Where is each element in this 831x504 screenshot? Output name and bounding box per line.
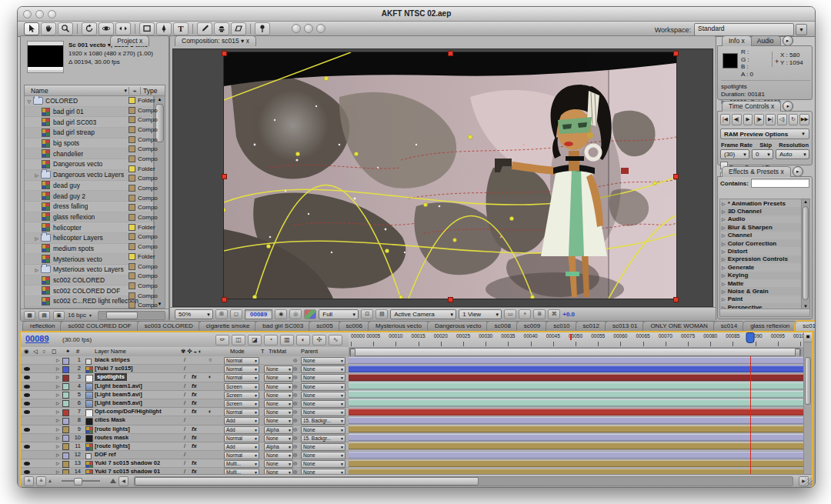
trkmat-column-header[interactable]: TrkMat bbox=[269, 348, 286, 355]
parent-column-header[interactable]: Parent bbox=[301, 348, 318, 355]
layer-color-swatch[interactable] bbox=[62, 383, 69, 390]
project-item[interactable]: helicopter bbox=[25, 222, 153, 233]
parent-select[interactable]: None▼ bbox=[301, 426, 345, 434]
eye-icon[interactable] bbox=[24, 393, 30, 397]
layer-duration-bar[interactable] bbox=[349, 452, 804, 459]
blend-mode-select[interactable]: Screen▼ bbox=[224, 392, 259, 399]
play-button[interactable]: ▶ bbox=[743, 114, 753, 125]
layer-name[interactable]: [Light beam5.avi] bbox=[95, 391, 142, 399]
layer-name[interactable]: DOF ref bbox=[95, 451, 116, 459]
layer-duration-track[interactable] bbox=[349, 382, 804, 391]
timeline-comp-tab[interactable]: sc012 bbox=[576, 321, 607, 331]
trkmat-select[interactable]: Alpha▼ bbox=[264, 426, 293, 434]
layer-duration-track[interactable] bbox=[349, 434, 804, 442]
fx-switch[interactable]: fx bbox=[192, 373, 197, 381]
effects-scroll-thumb[interactable] bbox=[803, 206, 809, 300]
work-area-bar[interactable] bbox=[349, 348, 801, 356]
parent-pickwhip-icon[interactable]: ◎ bbox=[293, 451, 297, 459]
disclosure-arrow-icon[interactable]: ▷ bbox=[722, 281, 726, 286]
selection-handle[interactable] bbox=[673, 174, 679, 179]
project-item[interactable]: ▷helicopter Layers bbox=[25, 233, 153, 244]
blend-mode-select[interactable]: Multi...▼ bbox=[224, 460, 259, 468]
previous-frame-button[interactable]: ◀| bbox=[732, 114, 742, 125]
timeline-button-icon[interactable]: ≣ bbox=[533, 309, 546, 319]
project-hscrollbar[interactable] bbox=[98, 311, 165, 320]
effects-scroll-up-icon[interactable]: ▲ bbox=[802, 199, 809, 204]
current-time-indicator-line[interactable] bbox=[750, 356, 751, 474]
project-scroll-thumb[interactable] bbox=[155, 104, 164, 142]
disclosure-arrow-icon[interactable]: ▷ bbox=[722, 265, 726, 270]
fx-switch[interactable]: fx bbox=[192, 408, 197, 416]
parent-select[interactable]: None▼ bbox=[301, 357, 345, 365]
project-item-name[interactable]: sc002 C...RED light reflection bbox=[53, 297, 138, 305]
parent-pickwhip-icon[interactable]: ◎ bbox=[293, 356, 297, 364]
quality-switch[interactable]: / bbox=[184, 459, 185, 467]
timeline-comp-tab[interactable]: sc010 bbox=[546, 321, 577, 331]
parent-select[interactable]: None▼ bbox=[301, 365, 345, 373]
current-time-indicator[interactable] bbox=[746, 332, 755, 343]
layer-name[interactable]: [route lights] bbox=[95, 442, 130, 450]
project-column-headers[interactable]: Name ▾ ⌁ Type bbox=[24, 85, 165, 96]
layer-color-swatch[interactable] bbox=[62, 443, 69, 450]
layer-duration-track[interactable] bbox=[349, 365, 804, 373]
parent-pickwhip-icon[interactable]: ◎ bbox=[293, 399, 297, 407]
expand-layer-switches-icon[interactable]: ≙ bbox=[24, 476, 34, 486]
scroll-up-arrow[interactable]: ▲ bbox=[155, 96, 165, 103]
effects-category[interactable]: ▷Color Correction bbox=[720, 239, 801, 247]
expand-arrow-icon[interactable]: ▷ bbox=[56, 426, 59, 433]
layer-name[interactable]: black stripes bbox=[95, 356, 130, 364]
label-column-icon[interactable]: ✦ bbox=[65, 348, 70, 355]
motion-blur-icon[interactable]: ◐ bbox=[296, 335, 310, 345]
effects-tab[interactable]: Effects & Presets x bbox=[722, 166, 791, 177]
project-item-name[interactable]: big spots bbox=[53, 139, 79, 147]
type-tool[interactable]: T bbox=[173, 22, 189, 35]
zoom-in-mountain-icon[interactable] bbox=[110, 479, 116, 483]
clone-stamp-tool[interactable] bbox=[214, 22, 229, 35]
selection-handle[interactable] bbox=[448, 297, 453, 302]
interpret-footage-icon[interactable]: ▦ bbox=[24, 311, 35, 320]
show-snapshot-icon[interactable]: ◎ bbox=[289, 309, 302, 319]
hide-shy-icon[interactable]: ◔ bbox=[264, 335, 278, 345]
timeline-vscrollbar[interactable]: ▣ bbox=[803, 332, 812, 474]
blend-mode-select[interactable]: Screen▼ bbox=[224, 383, 259, 391]
blend-mode-select[interactable]: Add▼ bbox=[224, 417, 259, 425]
pen-tool[interactable] bbox=[156, 22, 172, 35]
layer-duration-track[interactable] bbox=[349, 408, 804, 416]
effects-category[interactable]: ▷Audio bbox=[720, 215, 801, 223]
project-item[interactable]: ▷Mysterious vecto Layers bbox=[25, 265, 153, 275]
disclosure-arrow-icon[interactable]: ▷ bbox=[25, 172, 38, 178]
parent-select[interactable]: None▼ bbox=[301, 383, 345, 391]
blend-mode-select[interactable]: Normal▼ bbox=[224, 357, 259, 365]
project-tab[interactable]: Project x bbox=[110, 35, 149, 46]
orbit-camera-tool[interactable] bbox=[98, 22, 114, 35]
project-item[interactable]: dead guy bbox=[25, 181, 153, 192]
layer-name[interactable]: [Yuki 7 sc015] bbox=[95, 365, 133, 372]
eye-icon[interactable] bbox=[24, 462, 30, 466]
layer-name[interactable]: routes mask bbox=[95, 434, 128, 442]
layer-row[interactable]: ▷2[Yuki 7 sc015]/Normal▼None▼◎None▼ bbox=[21, 365, 349, 373]
parent-select[interactable]: None▼ bbox=[301, 400, 345, 408]
project-item-name[interactable]: Mysterious vecto Layers bbox=[53, 265, 124, 273]
expand-arrow-icon[interactable]: ▷ bbox=[56, 451, 59, 459]
blend-mode-select[interactable]: Screen▼ bbox=[224, 400, 259, 408]
region-of-interest-icon[interactable]: ⊡ bbox=[361, 309, 373, 319]
parent-select[interactable]: None▼ bbox=[301, 452, 345, 459]
layer-row[interactable]: ▷12DOF ref/Normal▼None▼◎None▼ bbox=[21, 451, 349, 459]
workspace-dot-1-icon[interactable] bbox=[292, 24, 301, 33]
layer-row[interactable]: ▷9[route lights]/fxAdd▼Alpha▼◎None▼ bbox=[21, 426, 349, 434]
resolution-select[interactable]: Full▼ bbox=[319, 309, 359, 319]
project-item-name[interactable]: helicopter bbox=[53, 224, 82, 232]
trkmat-select[interactable]: None▼ bbox=[264, 365, 293, 373]
first-frame-button[interactable]: |◀ bbox=[720, 114, 730, 125]
disclosure-arrow-icon[interactable]: ▷ bbox=[722, 216, 726, 222]
quality-switch[interactable]: / bbox=[184, 416, 185, 424]
disclosure-arrow-icon[interactable]: ▷ bbox=[722, 225, 726, 230]
parent-select[interactable]: None▼ bbox=[301, 443, 345, 451]
layer-color-swatch[interactable] bbox=[62, 452, 69, 459]
flowchart-icon[interactable]: ⌘ bbox=[548, 309, 560, 319]
project-item[interactable]: dress falling bbox=[25, 202, 153, 212]
effects-category[interactable]: ▷Distort bbox=[720, 247, 801, 255]
brainstorm-icon[interactable]: ✣ bbox=[312, 335, 326, 345]
fx-switch[interactable]: fx bbox=[192, 391, 197, 399]
quality-switch[interactable]: / bbox=[184, 434, 185, 442]
